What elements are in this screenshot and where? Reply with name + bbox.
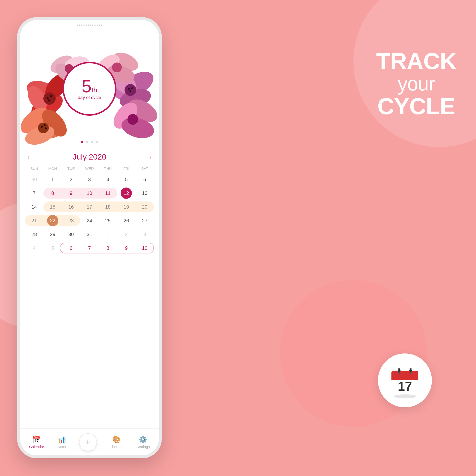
cal-cell-3-next[interactable]: 3 bbox=[136, 228, 154, 241]
header-sat: SAT bbox=[136, 166, 154, 171]
nav-stats[interactable]: 📊 Stats bbox=[57, 436, 66, 449]
cal-cell-30[interactable]: 30 bbox=[62, 228, 80, 241]
hero-section: 5 th day of cycle bbox=[20, 30, 159, 148]
status-bar bbox=[20, 20, 159, 30]
cal-cell-28[interactable]: 28 bbox=[25, 228, 43, 241]
svg-point-26 bbox=[109, 98, 142, 133]
tagline-line2: your bbox=[376, 73, 456, 94]
cal-cell-7[interactable]: 7 bbox=[25, 187, 43, 200]
cal-cell-11[interactable]: 11 bbox=[99, 187, 117, 200]
cal-cell-21[interactable]: 21 bbox=[25, 214, 43, 227]
svg-point-30 bbox=[110, 49, 141, 74]
cal-cell-12-today[interactable]: 12 bbox=[117, 187, 136, 200]
cal-cell-7-next[interactable]: 7 bbox=[80, 242, 99, 255]
calendar-icon-svg: 17 bbox=[387, 362, 423, 399]
cal-cell-14[interactable]: 14 bbox=[25, 201, 43, 213]
plus-icon: + bbox=[85, 438, 90, 447]
calendar-nav-label: Calendar bbox=[29, 445, 44, 449]
calendar-row-4: 21 22 23 24 25 26 27 bbox=[25, 214, 154, 227]
settings-icon: ⚙️ bbox=[139, 436, 147, 444]
calendar-nav: ‹ July 2020 › bbox=[25, 150, 154, 166]
svg-point-28 bbox=[127, 114, 138, 125]
svg-point-19 bbox=[118, 85, 153, 111]
cal-cell-19[interactable]: 19 bbox=[117, 201, 136, 213]
bottom-navigation: 📅 Calendar 📊 Stats + 🎨 Themes ⚙️ Setting… bbox=[20, 428, 159, 455]
calendar-row-5: 28 29 30 31 1 2 3 bbox=[25, 228, 154, 241]
cal-cell-9-next[interactable]: 9 bbox=[117, 242, 136, 255]
cal-cell-4-next[interactable]: 4 bbox=[25, 242, 43, 255]
indicator-dot-3 bbox=[91, 141, 93, 143]
nav-calendar[interactable]: 📅 Calendar bbox=[29, 436, 44, 449]
cal-cell-10[interactable]: 10 bbox=[80, 187, 99, 200]
cycle-circle: 5 th day of cycle bbox=[63, 62, 117, 116]
tagline-line1: TRACK bbox=[376, 49, 456, 73]
cal-cell-4[interactable]: 4 bbox=[99, 173, 117, 186]
cycle-day-number: 5 bbox=[82, 77, 91, 95]
cal-cell-8-next[interactable]: 8 bbox=[99, 242, 117, 255]
svg-point-46 bbox=[398, 369, 401, 372]
calendar-row-6: 4 5 6 7 8 9 10 bbox=[25, 242, 154, 255]
cal-cell-8[interactable]: 8 bbox=[43, 187, 62, 200]
cal-cell-1-next[interactable]: 1 bbox=[99, 228, 117, 241]
cal-cell-2-next[interactable]: 2 bbox=[117, 228, 136, 241]
cal-cell-16[interactable]: 16 bbox=[62, 201, 80, 213]
cal-cell-3[interactable]: 3 bbox=[80, 173, 99, 186]
svg-point-21 bbox=[128, 88, 130, 90]
cal-cell-24[interactable]: 24 bbox=[80, 214, 99, 227]
cal-cell-23[interactable]: 23 bbox=[62, 214, 80, 227]
cal-cell-18[interactable]: 18 bbox=[99, 201, 117, 213]
settings-nav-label: Settings bbox=[136, 445, 150, 449]
cal-cell-10-next[interactable]: 10 bbox=[136, 242, 154, 255]
cal-cell-9[interactable]: 9 bbox=[62, 187, 80, 200]
cal-cell-26[interactable]: 26 bbox=[117, 214, 136, 227]
svg-point-9 bbox=[20, 103, 54, 138]
nav-settings[interactable]: ⚙️ Settings bbox=[136, 436, 150, 449]
header-tue: TUE bbox=[62, 166, 80, 171]
cal-cell-30-prev[interactable]: 30 bbox=[25, 173, 43, 186]
indicator-dot-1 bbox=[81, 141, 83, 143]
calendar-headers: SUN MON TUE WED THU FRI SAT bbox=[25, 166, 154, 171]
cal-cell-27[interactable]: 27 bbox=[136, 214, 154, 227]
next-month-button[interactable]: › bbox=[149, 153, 152, 161]
calendar-icon: 📅 bbox=[32, 436, 41, 444]
cal-cell-2[interactable]: 2 bbox=[62, 173, 80, 186]
nav-themes[interactable]: 🎨 Themes bbox=[110, 436, 123, 449]
svg-point-33 bbox=[112, 63, 122, 72]
cal-cell-15[interactable]: 15 bbox=[43, 201, 62, 213]
cal-cell-13[interactable]: 13 bbox=[136, 187, 154, 200]
themes-icon: 🎨 bbox=[112, 436, 121, 444]
svg-point-1 bbox=[24, 77, 60, 105]
cycle-day-sup: th bbox=[91, 86, 97, 94]
prev-month-button[interactable]: ‹ bbox=[27, 153, 30, 161]
calendar-month-label: July 2020 bbox=[73, 153, 106, 162]
svg-point-22 bbox=[131, 87, 133, 89]
cal-cell-25[interactable]: 25 bbox=[99, 214, 117, 227]
cal-cell-6-next[interactable]: 6 bbox=[62, 242, 80, 255]
cal-cell-29[interactable]: 29 bbox=[43, 228, 62, 241]
phone-screen: 5 th day of cycle ‹ July 2 bbox=[20, 20, 159, 455]
svg-point-3 bbox=[24, 83, 51, 114]
svg-point-27 bbox=[119, 115, 156, 142]
phone-mockup: 5 th day of cycle ‹ July 2 bbox=[17, 17, 162, 458]
svg-point-13 bbox=[41, 126, 43, 128]
svg-point-25 bbox=[124, 95, 159, 127]
svg-point-47 bbox=[409, 369, 412, 372]
svg-point-24 bbox=[114, 103, 153, 133]
svg-point-4 bbox=[43, 92, 56, 105]
cal-cell-5[interactable]: 5 bbox=[117, 173, 136, 186]
cal-cell-17[interactable]: 17 bbox=[80, 201, 99, 213]
cal-cell-5-next[interactable]: 5 bbox=[43, 242, 62, 255]
cal-cell-22-ovulation[interactable]: 22 bbox=[43, 214, 62, 227]
cal-cell-1[interactable]: 1 bbox=[43, 173, 62, 186]
stats-icon: 📊 bbox=[57, 436, 66, 444]
header-fri: FRI bbox=[117, 166, 136, 171]
stats-nav-label: Stats bbox=[57, 445, 66, 449]
cal-cell-31[interactable]: 31 bbox=[80, 228, 99, 241]
header-sun: SUN bbox=[25, 166, 43, 171]
indicator-dot-2 bbox=[86, 141, 88, 143]
add-button[interactable]: + bbox=[79, 433, 97, 451]
svg-point-7 bbox=[48, 100, 50, 102]
cal-cell-6[interactable]: 6 bbox=[136, 173, 154, 186]
header-thu: THU bbox=[99, 166, 117, 171]
cal-cell-20[interactable]: 20 bbox=[136, 201, 154, 213]
